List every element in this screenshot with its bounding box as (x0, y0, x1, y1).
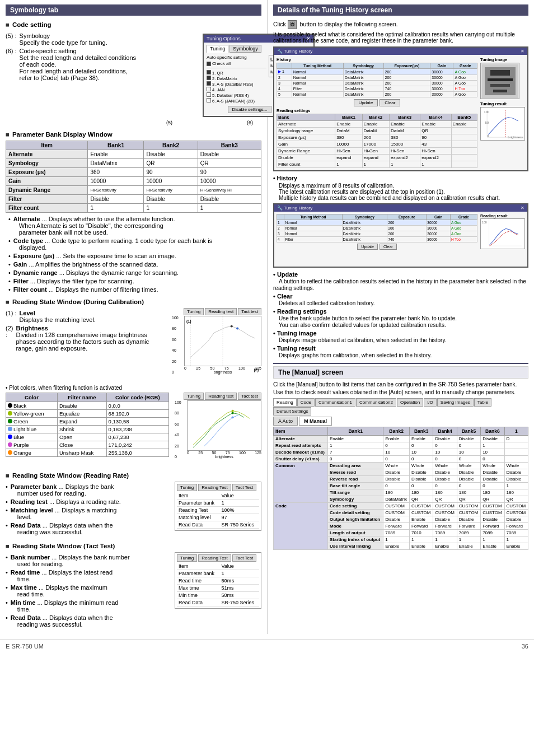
table-row: FilterDisableDisableDisable (6, 195, 261, 204)
rate-tact-tab[interactable]: Tact Test (232, 484, 256, 491)
tab-comm2[interactable]: Communication2 (356, 398, 396, 407)
clear-btn2[interactable]: Clear (380, 244, 397, 250)
sub-tab-auto[interactable]: A Auto (273, 417, 298, 426)
update-bullet: • Update A button to reflect the calibra… (273, 271, 528, 291)
rate-reading-tab[interactable]: Reading Test (198, 484, 231, 491)
svg-rect-11 (490, 84, 510, 87)
list-item: •Max time ... Displays the maximumread t… (6, 584, 169, 598)
filter-col: Filter name (57, 393, 106, 402)
list-item: •Min time ... Displays the minimum readt… (6, 599, 169, 613)
update-btn[interactable]: Update (354, 99, 378, 106)
rate-tuning-tab[interactable]: Tuning (177, 484, 197, 491)
tab-io[interactable]: I/O (424, 398, 437, 407)
code-specific-desc3: For read length and detailed conditions, (20, 68, 128, 74)
table-row: Shutter delay (x1ms) 0 0 0 0 0 0 (274, 456, 528, 463)
table-row: AlternateEnableEnableEnableEnableEnable (277, 121, 477, 128)
tab-table[interactable]: Table (474, 398, 491, 407)
auto-specific-label: Auto-specific setting (207, 55, 266, 60)
tact-tuning-tab[interactable]: Tuning (177, 554, 197, 562)
tab-operation[interactable]: Operation (397, 398, 423, 407)
col-bank1: Bank1 (88, 141, 144, 150)
manual-screen-title: The [Manual] screen (273, 366, 528, 379)
tuning-image-bullet: • Tuning image Displays image obtained a… (273, 330, 528, 343)
table-row: Gain10000170001500043 (277, 141, 477, 148)
table-row: Common Decoding area Whole Whole Whole W… (274, 463, 528, 469)
reading-rate-title: Reading State Window (Reading Rate) (6, 472, 261, 479)
list-item: (2) : Brightness Divided in 128 comprehe… (6, 325, 166, 352)
table-row: 5 Normal DataMatrix 200 30000 A Goo (277, 92, 477, 97)
param-bank-title: Parameter Bank Display Window (6, 131, 261, 138)
reading-settings-mini-table: Bank Bank1 Bank2 Bank3 Bank4 Bank5 Alter… (277, 114, 477, 168)
list-item: •Matching level ... Displays a matchingl… (6, 507, 169, 520)
table-row: Read time50ms (177, 577, 259, 585)
sub-tab-manual[interactable]: M Manual (299, 417, 332, 426)
code-setting-item-5: (5) : Symbology Specify the code type fo… (6, 32, 153, 46)
cb5[interactable] (207, 92, 211, 97)
tab-reading[interactable]: Reading (273, 398, 297, 407)
table-row: Exposure (μs)3609090 (6, 168, 261, 177)
tact-test-table: ItemValue Parameter bank1 Read time50ms … (177, 563, 259, 606)
code-specific-desc1: Set the read length and detailed conditi… (20, 54, 137, 61)
cb1[interactable] (207, 70, 211, 74)
tact-tact-tab[interactable]: Tact Test (232, 554, 256, 562)
col-bank2: Bank2 (144, 141, 198, 150)
table-row: Blue Open 0,67,238 (6, 433, 169, 441)
table-row: Matching level 97 (177, 514, 259, 521)
tab-default[interactable]: Default Settings (273, 407, 311, 416)
symbology-desc: Specify the code type for tuning. (20, 39, 107, 46)
disable-settings-btn[interactable]: Disable settings... (228, 106, 271, 113)
tab-comm1[interactable]: Communication1 (315, 398, 355, 407)
click-label: Click (273, 21, 286, 27)
history-desc2: The latest calibration results are displ… (279, 189, 528, 195)
svg-rect-12 (493, 90, 507, 92)
table-row: Item Value (177, 492, 259, 500)
update-btn2[interactable]: Update (357, 244, 378, 250)
table-row: Min time50ms (177, 592, 259, 599)
cb2[interactable] (207, 76, 211, 80)
table-row: Read DataSR-750 Series (177, 599, 259, 606)
check-all-checkbox[interactable] (207, 62, 211, 66)
param-bank-bullets: • Alternate ... Displays whether to use … (8, 216, 261, 293)
reading-test-tab[interactable]: Reading test (205, 308, 237, 315)
table-row: Filter count111 (6, 204, 261, 213)
footer-right: 36 (522, 643, 528, 650)
intro-section: Click 🖼 button to display the following … (273, 20, 528, 29)
svg-point-4 (232, 410, 234, 412)
manual-sub-tabs: A Auto M Manual (273, 417, 528, 426)
table-row: Dynamic RangeHi-SensitivityHi-Sensitivit… (6, 186, 261, 195)
reading-test-tab2[interactable]: Reading test (205, 393, 237, 400)
cb4[interactable] (207, 87, 211, 91)
color-col: Color (6, 393, 58, 402)
cb3[interactable] (207, 81, 211, 86)
reading-rate-section: Reading State Window (Reading Rate) •Par… (6, 472, 261, 537)
symbology-tab-header: Symbology tab (6, 4, 261, 16)
label-5: (5) (166, 120, 172, 125)
history-desc1: Displays a maximum of 8 results of calib… (279, 183, 528, 189)
code-specific-desc4: refer to [Code] tab (Page 38). (20, 74, 100, 81)
table-row: 2 Normal DataMatrix 200 30000 A Goo (277, 75, 477, 81)
tab-saving[interactable]: Saving Images (437, 398, 474, 407)
table-row: Dynamic RangeHi-SenHi-GenHi-SenHi-Sen (277, 148, 477, 155)
symbology-tab-btn[interactable]: Symbology (229, 45, 261, 53)
tuning-tab[interactable]: Tuning (207, 45, 228, 53)
tact-test-chart: Tuning Reading Test Tact Test ItemValue … (175, 552, 261, 609)
code-setting-section: Code setting (5) : Symbology Specify the… (6, 21, 261, 125)
intro-desc: It is possible to select what is conside… (273, 31, 528, 44)
tact-reading-tab[interactable]: Reading Test (198, 554, 231, 562)
marker-1: (1) (186, 319, 191, 323)
list-item: •Parameter bank ... Displays the banknum… (6, 483, 169, 497)
param-bank-table: Item Bank1 Bank2 Bank3 AlternateEnableDi… (6, 141, 261, 213)
tab-code[interactable]: Code (297, 398, 315, 407)
col-bank3: Bank3 (198, 141, 261, 150)
tact-test-tab2[interactable]: Tact test (238, 393, 261, 400)
tuning-tab2[interactable]: Tuning (184, 393, 204, 400)
manual-settings-table: Item Bank1 Bank2 Bank3 Bank4 Bank5 Bank6… (273, 427, 528, 550)
clear-btn[interactable]: Clear (380, 99, 400, 106)
tuning-chart-tab[interactable]: Tuning (184, 308, 204, 315)
table-row: Max time51ms (177, 585, 259, 592)
svg-text:0: 0 (487, 135, 489, 138)
cb6[interactable] (207, 98, 211, 102)
history-desc3: Multiple history data results can be com… (279, 195, 528, 201)
table-row: ItemValue (177, 563, 259, 570)
tact-test-tab[interactable]: Tact test (238, 308, 261, 315)
